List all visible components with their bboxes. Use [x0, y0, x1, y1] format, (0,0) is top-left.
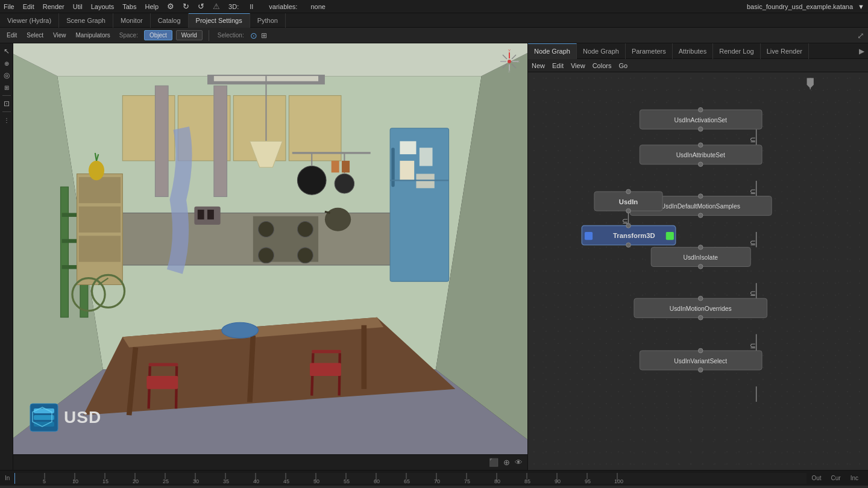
tool-frame[interactable]: ⊡	[1, 98, 12, 109]
tool-group[interactable]: ⋮	[1, 114, 12, 125]
space-object-button[interactable]: Object	[144, 30, 172, 40]
svg-point-119	[698, 264, 703, 269]
ng-tab-node-graph[interactable]: Node Graph	[528, 43, 577, 59]
tab-project-settings[interactable]: Project Settings	[189, 13, 250, 28]
menu-tabs[interactable]: Tabs	[122, 3, 136, 10]
timeline-ruler[interactable]: 5 10 15 20 25 30 35 40 45 50 55 60 65	[14, 473, 807, 484]
settings-icon[interactable]: ⚙	[167, 2, 174, 11]
svg-rect-42	[312, 350, 341, 353]
vp-menu-edit[interactable]: Edit	[4, 31, 20, 39]
menu-util[interactable]: Util	[73, 3, 83, 10]
top-menu-bar: File Edit Render Util Layouts Tabs Help …	[0, 0, 868, 13]
svg-point-78	[508, 60, 511, 63]
viewport-center-icon[interactable]: ⊕	[503, 458, 510, 467]
viewport-record-icon[interactable]: ⬛	[489, 458, 498, 467]
menu-help[interactable]: Help	[145, 3, 159, 10]
svg-point-16	[258, 222, 274, 237]
ng-menu-new[interactable]: New	[532, 62, 545, 69]
close-dropdown-icon[interactable]: ▼	[858, 3, 864, 10]
svg-rect-38	[149, 363, 178, 366]
svg-point-131	[626, 208, 631, 213]
refresh-icon[interactable]: ↻	[183, 2, 189, 11]
node-graph-tabs: Node Graph Node Graph Parameters Attribu…	[528, 43, 868, 59]
menu-edit[interactable]: Edit	[23, 3, 34, 10]
svg-rect-54	[79, 236, 121, 261]
tab-viewer-hydra[interactable]: Viewer (Hydra)	[0, 13, 59, 28]
ng-tabs-more-arrow[interactable]: ▶	[855, 47, 868, 55]
viewer-tabs: Viewer (Hydra) Scene Graph Monitor Catal…	[0, 13, 868, 28]
ng-tab-render-log[interactable]: Render Log	[713, 43, 761, 59]
svg-point-18	[258, 248, 274, 263]
svg-rect-13	[214, 86, 227, 196]
redo-icon[interactable]: ↺	[198, 2, 204, 11]
selection-label: Selection:	[218, 32, 244, 39]
viewport-tools-panel: ↖ ⊕ ◎ ⊞ ⊡ ⋮	[0, 43, 13, 470]
svg-point-115	[698, 213, 703, 218]
svg-text:60: 60	[374, 478, 380, 484]
mode-3d-label: 3D:	[228, 3, 239, 10]
svg-text:UsdInMotionOverrides: UsdInMotionOverrides	[670, 305, 732, 312]
svg-point-17	[297, 222, 313, 237]
viewport-bottom-controls: ⬛ ⊕ 👁	[0, 454, 527, 470]
svg-text:⊆: ⊆	[750, 136, 756, 144]
ng-menu-edit[interactable]: Edit	[552, 62, 564, 69]
svg-point-19	[297, 248, 313, 263]
ng-menu-view[interactable]: View	[571, 62, 585, 69]
menu-render[interactable]: Render	[43, 3, 64, 10]
ng-menu-go[interactable]: Go	[618, 62, 627, 69]
ng-tab-node-graph-2[interactable]: Node Graph	[577, 43, 626, 59]
svg-point-68	[325, 208, 351, 231]
svg-text:Transform3D: Transform3D	[613, 232, 655, 239]
menu-file[interactable]: File	[4, 3, 14, 10]
svg-marker-5	[13, 43, 527, 76]
timeline-info: Out Cur Inc	[811, 475, 863, 481]
vp-menu-view[interactable]: View	[50, 31, 69, 39]
scene-svg	[13, 43, 527, 454]
tool-select[interactable]: ↖	[1, 46, 12, 57]
ng-tab-parameters[interactable]: Parameters	[626, 43, 673, 59]
space-world-button[interactable]: World	[176, 30, 203, 40]
svg-text:Y: Y	[508, 49, 511, 52]
variables-value: none	[310, 3, 325, 10]
ng-tab-live-render[interactable]: Live Render	[761, 43, 809, 59]
svg-point-110	[698, 143, 703, 148]
svg-rect-60	[332, 161, 339, 172]
svg-rect-26	[391, 148, 394, 187]
tab-monitor[interactable]: Monitor	[113, 13, 151, 28]
svg-text:UsdInActivationSet: UsdInActivationSet	[674, 117, 727, 124]
menu-layouts[interactable]: Layouts	[91, 3, 115, 10]
svg-rect-53	[79, 207, 121, 233]
svg-point-20	[297, 166, 326, 195]
svg-text:5: 5	[43, 478, 46, 484]
svg-text:35: 35	[223, 478, 229, 484]
tab-python[interactable]: Python	[250, 13, 286, 28]
svg-text:15: 15	[102, 478, 108, 484]
svg-point-106	[698, 107, 703, 112]
svg-point-123	[698, 316, 703, 321]
vp-menu-select[interactable]: Select	[24, 31, 46, 39]
viewport-canvas: Y X Z USD	[13, 43, 527, 454]
title-bar-right: basic_foundry_usd_example.katana ▼	[747, 3, 864, 10]
svg-text:70: 70	[434, 478, 440, 484]
ng-menu-colors[interactable]: Colors	[593, 62, 612, 69]
svg-point-137	[626, 243, 631, 248]
tool-move[interactable]: ⊕	[1, 58, 12, 69]
svg-text:20: 20	[133, 478, 139, 484]
usd-logo-icon	[29, 402, 59, 433]
tab-catalog[interactable]: Catalog	[151, 13, 189, 28]
svg-text:X: X	[517, 60, 520, 63]
vp-menu-manipulators[interactable]: Manipulators	[73, 31, 113, 39]
svg-rect-11	[289, 96, 341, 161]
svg-rect-67	[207, 210, 214, 219]
main-area: ↖ ⊕ ◎ ⊞ ⊡ ⋮	[0, 43, 868, 470]
viewport-camera-icon[interactable]: 👁	[515, 458, 523, 467]
svg-text:50: 50	[313, 478, 319, 484]
tool-scale[interactable]: ⊞	[1, 82, 12, 93]
ng-tab-attributes[interactable]: Attributes	[673, 43, 713, 59]
fullscreen-icon[interactable]: ⤢	[857, 31, 864, 40]
selection-sphere-icon[interactable]: ⊙	[250, 31, 257, 40]
tool-rotate[interactable]: ◎	[1, 70, 12, 81]
tab-scene-graph[interactable]: Scene Graph	[59, 13, 113, 28]
selection-grid-icon[interactable]: ⊞	[261, 31, 267, 40]
warning-icon[interactable]: ⚠	[213, 2, 220, 11]
